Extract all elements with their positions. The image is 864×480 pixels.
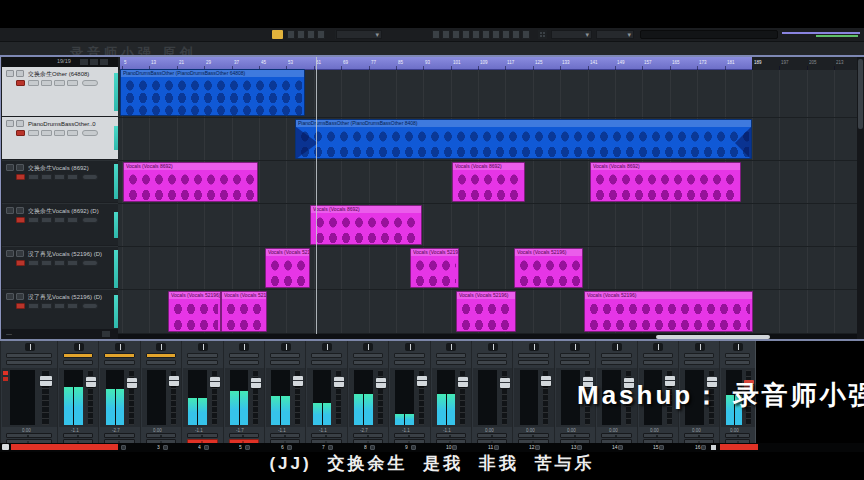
master-icon[interactable] (711, 445, 716, 450)
mute-button[interactable] (6, 164, 14, 171)
channel-button[interactable] (684, 353, 714, 358)
mute-button[interactable] (6, 293, 14, 300)
automation-icon[interactable] (307, 30, 315, 39)
channel-button[interactable] (684, 360, 714, 365)
channel-button[interactable] (518, 353, 548, 358)
track-control-wide-button[interactable] (82, 174, 98, 180)
channel-function-button[interactable] (643, 433, 673, 438)
track-control-wide-button[interactable] (82, 80, 98, 86)
channel-button[interactable] (187, 353, 217, 358)
track-control-button[interactable] (67, 217, 78, 223)
channel-button[interactable] (436, 360, 466, 365)
grid-type-dropdown[interactable]: ▾ (551, 30, 592, 39)
track-header-1[interactable]: 交换余生Other (64808) (2, 67, 119, 116)
mute-tool-icon[interactable] (492, 30, 500, 39)
play-tool-icon[interactable] (512, 30, 520, 39)
channel-function-button[interactable] (311, 433, 341, 438)
channel-button[interactable] (353, 353, 383, 358)
track-control-button[interactable] (54, 303, 65, 309)
fader-handle[interactable] (541, 376, 551, 386)
open-folder-icon[interactable] (80, 59, 88, 65)
pan-knob[interactable] (612, 343, 622, 351)
channel-button[interactable] (560, 353, 590, 358)
channel-function-button[interactable] (725, 433, 750, 438)
track-control-button[interactable] (67, 130, 78, 136)
pan-knob[interactable] (570, 343, 580, 351)
audio-clip[interactable]: Vocals (Vocals 8692) (590, 162, 741, 203)
track-control-button[interactable] (67, 303, 78, 309)
track-header-4[interactable]: 交换余生Vocals (8692) (D) (2, 203, 119, 246)
mute-button[interactable] (6, 207, 14, 214)
playhead-cursor[interactable] (316, 57, 317, 334)
audio-clip[interactable]: Vocals (Vocals 8692) (310, 205, 422, 246)
fader-handle[interactable] (376, 378, 386, 388)
pan-knob[interactable] (115, 343, 125, 351)
setup-toolbar-icon[interactable] (297, 30, 305, 39)
listen-button[interactable] (63, 353, 93, 358)
solo-button[interactable] (16, 293, 24, 300)
channel-button[interactable] (229, 353, 259, 358)
track-control-button[interactable] (28, 130, 39, 136)
listen-button[interactable] (104, 353, 134, 358)
track-control-button[interactable] (41, 260, 52, 266)
fader-handle[interactable] (127, 378, 137, 388)
channel-button[interactable] (270, 360, 300, 365)
audio-clip[interactable]: PianoDrumsBassOther (PianoDrumsBassOther… (120, 69, 305, 116)
window-icon[interactable] (2, 444, 9, 450)
audio-clip[interactable]: Vocals (Vocals 52196) (514, 248, 583, 289)
channel-function-button[interactable] (560, 433, 590, 438)
fader-handle[interactable] (169, 376, 179, 386)
track-control-button[interactable] (54, 260, 65, 266)
channel-button[interactable] (643, 353, 673, 358)
solo-button[interactable] (16, 120, 24, 127)
channel-button[interactable] (725, 353, 750, 358)
vertical-scrollbar[interactable] (857, 57, 864, 340)
channel-function-button[interactable] (6, 433, 52, 438)
pan-knob[interactable] (74, 343, 84, 351)
track-control-button[interactable] (28, 260, 39, 266)
track-control-button[interactable] (41, 217, 52, 223)
object-select-icon[interactable] (432, 30, 440, 39)
track-control-button[interactable] (28, 80, 39, 86)
pan-knob[interactable] (363, 343, 373, 351)
track-control-wide-button[interactable] (82, 217, 98, 223)
track-list-settings-icon[interactable] (100, 59, 108, 65)
glue-icon[interactable] (462, 30, 470, 39)
pan-knob[interactable] (405, 343, 415, 351)
channel-function-button[interactable] (684, 433, 714, 438)
solo-button[interactable] (16, 164, 24, 171)
channel-button[interactable] (601, 353, 631, 358)
audio-clip[interactable]: Vocals (Vocals 8692) (123, 162, 258, 203)
track-control-button[interactable] (28, 303, 39, 309)
record-arm-button[interactable] (16, 80, 25, 86)
pan-knob[interactable] (198, 343, 208, 351)
channel-button[interactable] (560, 360, 590, 365)
track-control-button[interactable] (28, 174, 39, 180)
track-control-button[interactable] (54, 80, 65, 86)
fader-handle[interactable] (334, 377, 344, 387)
track-control-button[interactable] (41, 174, 52, 180)
pan-knob[interactable] (322, 343, 332, 351)
pan-knob[interactable] (695, 343, 705, 351)
channel-button[interactable] (229, 360, 259, 365)
track-header-5[interactable]: 没了再见Vocals (52196) (D) (2, 246, 119, 289)
record-arm-button[interactable] (16, 130, 25, 136)
channel-function-button[interactable] (477, 433, 507, 438)
record-arm-button[interactable] (16, 303, 25, 309)
audio-clip[interactable]: Vocals (Vocals 52196) (168, 291, 221, 332)
pan-knob[interactable] (156, 343, 166, 351)
solo-button[interactable] (16, 70, 24, 77)
fade-in-handle[interactable] (296, 127, 318, 159)
auto-read-icon[interactable] (317, 30, 325, 39)
channel-button[interactable] (187, 360, 217, 365)
channel-function-button[interactable] (394, 433, 424, 438)
pan-knob[interactable] (25, 343, 35, 351)
zoom-out-icon[interactable]: — (6, 331, 12, 337)
record-arm-button[interactable] (16, 174, 25, 180)
channel-button[interactable] (311, 353, 341, 358)
audio-clip[interactable]: Vocals (Vocals 52196) (456, 291, 516, 332)
track-control-button[interactable] (41, 80, 52, 86)
mute-button[interactable] (6, 70, 14, 77)
pan-knob[interactable] (733, 343, 743, 351)
track-control-button[interactable] (67, 80, 78, 86)
